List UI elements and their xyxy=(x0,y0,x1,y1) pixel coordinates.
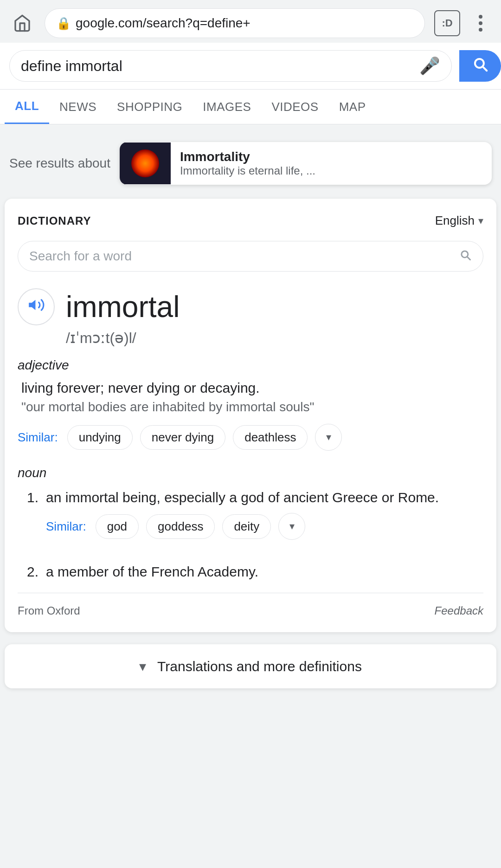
address-bar[interactable]: 🔒 google.com/search?q=define+ xyxy=(45,8,425,38)
dot xyxy=(479,15,482,19)
noun-num-2: 2. xyxy=(27,564,39,580)
see-results-section: See results about Immortality Immortalit… xyxy=(0,129,501,194)
browser-chrome: 🔒 google.com/search?q=define+ :D xyxy=(0,0,501,43)
see-results-label: See results about xyxy=(9,156,110,171)
noun-pos: noun xyxy=(18,466,483,480)
noun-def-2: 2. a member of the French Academy. xyxy=(27,564,483,580)
lock-icon: 🔒 xyxy=(56,16,71,31)
word-search-placeholder: Search for a word xyxy=(29,249,459,264)
tab-news[interactable]: NEWS xyxy=(49,91,107,123)
from-oxford: From Oxford xyxy=(18,604,80,617)
speaker-icon xyxy=(27,296,45,318)
adjective-similar-label: Similar: xyxy=(18,430,58,445)
word-title: immortal xyxy=(66,290,180,324)
noun-similar-row: Similar: god goddess deity ▾ xyxy=(46,513,439,540)
noun-def-text-1: an immortal being, especially a god of a… xyxy=(46,490,439,505)
noun-similar-deity[interactable]: deity xyxy=(222,514,271,539)
see-results-info: Immortality Immortality is eternal life,… xyxy=(171,142,492,185)
noun-similar-expand-button[interactable]: ▾ xyxy=(278,513,305,540)
tab-videos[interactable]: VIDEOS xyxy=(261,91,328,123)
similar-pill-undying[interactable]: undying xyxy=(67,425,133,450)
speaker-button[interactable] xyxy=(18,288,55,325)
word-search-icon xyxy=(459,248,472,265)
noun-num-1: 1. xyxy=(27,490,39,555)
noun-definitions: 1. an immortal being, especially a god o… xyxy=(27,490,483,580)
mic-icon[interactable]: 🎤 xyxy=(419,56,440,76)
word-phonetic: /ɪˈmɔːt(ə)l/ xyxy=(66,329,483,347)
svg-line-1 xyxy=(468,257,470,259)
similar-pill-deathless[interactable]: deathless xyxy=(233,425,308,450)
noun-similar-label: Similar: xyxy=(46,519,86,534)
see-results-desc: Immortality is eternal life, ... xyxy=(180,164,482,177)
search-icon xyxy=(471,55,489,77)
noun-def-1: 1. an immortal being, especially a god o… xyxy=(27,490,483,555)
tab-maps[interactable]: MAP xyxy=(329,91,376,123)
translations-bar[interactable]: ▾ Translations and more definitions xyxy=(5,644,496,688)
word-search-box[interactable]: Search for a word xyxy=(18,241,483,272)
adjective-pos: adjective xyxy=(18,358,483,373)
tab-all[interactable]: ALL xyxy=(5,90,49,124)
dot xyxy=(479,21,482,25)
chevron-down-icon: ▾ xyxy=(139,658,146,674)
noun-similar-goddess[interactable]: goddess xyxy=(146,514,215,539)
search-bar: define immortal 🎤 xyxy=(0,43,501,90)
dictionary-card: DICTIONARY English ▾ Search for a word xyxy=(5,199,496,632)
see-results-title: Immortality xyxy=(180,149,482,164)
search-query: define immortal xyxy=(21,58,419,75)
home-button[interactable] xyxy=(9,10,35,36)
dot xyxy=(479,28,482,32)
tab-switcher[interactable]: :D xyxy=(434,10,460,36)
similar-expand-button[interactable]: ▾ xyxy=(315,424,342,451)
adjective-definition: living forever; never dying or decaying. xyxy=(21,380,483,396)
noun-similar-god[interactable]: god xyxy=(96,514,139,539)
menu-button[interactable] xyxy=(469,15,492,32)
word-row: immortal xyxy=(18,288,483,325)
see-results-thumbnail xyxy=(120,143,171,184)
tab-shopping[interactable]: SHOPPING xyxy=(107,91,193,123)
language-selector[interactable]: English ▾ xyxy=(435,214,483,228)
adjective-example: "our mortal bodies are inhabited by immo… xyxy=(21,400,483,415)
search-tabs: ALL NEWS SHOPPING IMAGES VIDEOS MAP xyxy=(0,90,501,124)
noun-def-text-2: a member of the French Academy. xyxy=(46,564,258,580)
svg-point-0 xyxy=(462,251,468,257)
similar-pill-never-dying[interactable]: never dying xyxy=(140,425,225,450)
translations-label: Translations and more definitions xyxy=(157,659,362,674)
dictionary-header: DICTIONARY English ▾ xyxy=(18,214,483,228)
dictionary-footer: From Oxford Feedback xyxy=(18,593,483,617)
thumbnail-glow xyxy=(131,149,159,177)
tab-images[interactable]: IMAGES xyxy=(193,91,261,123)
adjective-similar-row: Similar: undying never dying deathless ▾ xyxy=(18,424,483,451)
search-button[interactable] xyxy=(459,50,501,82)
search-input[interactable]: define immortal 🎤 xyxy=(9,50,452,82)
dictionary-label: DICTIONARY xyxy=(18,214,91,227)
address-text: google.com/search?q=define+ xyxy=(76,16,413,31)
feedback-link[interactable]: Feedback xyxy=(435,604,483,617)
language-text: English xyxy=(435,214,475,228)
see-results-card[interactable]: Immortality Immortality is eternal life,… xyxy=(120,142,492,185)
chevron-down-icon: ▾ xyxy=(478,215,483,227)
